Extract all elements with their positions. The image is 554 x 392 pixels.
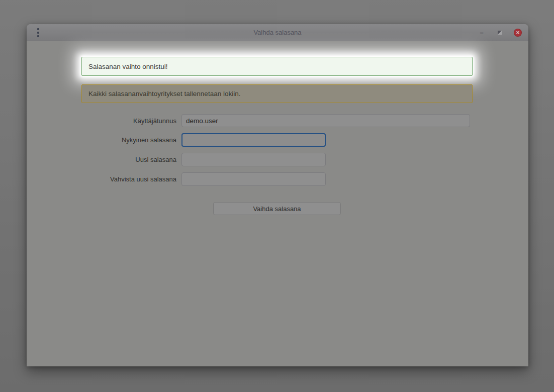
confirm-password-row: Vahvista uusi salasana: [47, 172, 326, 186]
restore-icon: [497, 30, 502, 35]
change-password-window: Vaihda salasana – ✕ Salasanan vaihto onn…: [27, 24, 528, 366]
restore-button[interactable]: [495, 28, 504, 37]
info-alert-text: Kaikki salasananvaihtoyritykset tallenne…: [88, 90, 240, 97]
change-password-button[interactable]: Vaihda salasana: [213, 202, 341, 215]
success-alert: Salasanan vaihto onnistui!: [81, 57, 473, 76]
confirm-password-label: Vahvista uusi salasana: [47, 175, 176, 183]
window-title: Vaihda salasana: [27, 29, 528, 36]
window-controls: – ✕: [477, 24, 522, 41]
success-alert-text: Salasanan vaihto onnistui!: [88, 63, 168, 70]
close-button[interactable]: ✕: [513, 28, 522, 37]
minimize-button[interactable]: –: [477, 28, 486, 37]
new-password-label: Uusi salasana: [47, 156, 176, 163]
username-field[interactable]: [181, 114, 470, 127]
new-password-row: Uusi salasana: [47, 153, 326, 166]
current-password-row: Nykyinen salasana: [47, 133, 326, 147]
info-alert: Kaikki salasananvaihtoyritykset tallenne…: [81, 84, 473, 103]
new-password-field[interactable]: [181, 153, 326, 166]
minimize-icon: –: [480, 30, 483, 35]
username-row: Käyttäjätunnus: [47, 114, 470, 127]
current-password-label: Nykyinen salasana: [47, 136, 176, 144]
confirm-password-field[interactable]: [181, 172, 326, 186]
username-label: Käyttäjätunnus: [47, 117, 176, 125]
kebab-menu-icon[interactable]: [32, 26, 45, 39]
current-password-field[interactable]: [181, 133, 326, 147]
close-icon: ✕: [514, 29, 522, 37]
titlebar: Vaihda salasana – ✕: [27, 24, 528, 41]
